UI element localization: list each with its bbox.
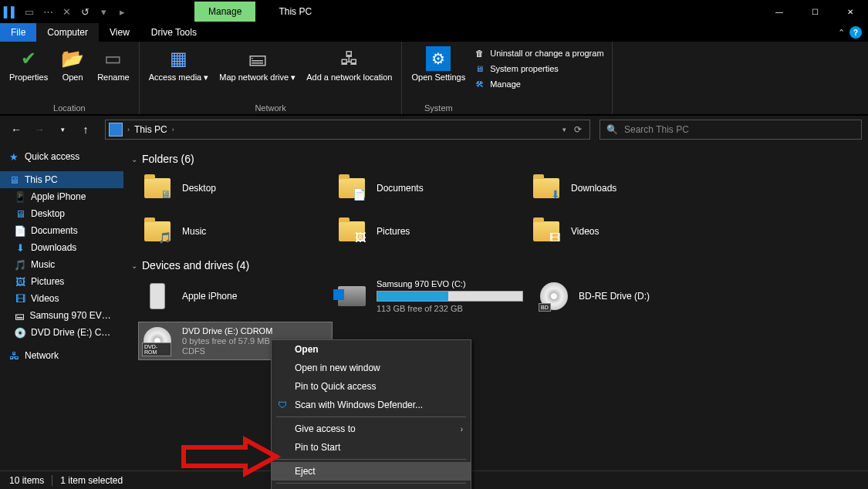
device-bd-drive[interactable]: BD BD-RE Drive (D:) (535, 276, 728, 316)
content-pane: ⌄ Folders (6) 🖥Desktop 📄Documents ⬇Downl… (123, 143, 868, 470)
ctx-eject[interactable]: Eject (272, 462, 471, 481)
svg-marker-0 (184, 440, 276, 474)
tab-computer[interactable]: Computer (36, 23, 99, 42)
sidebar-this-pc[interactable]: 🖥 This PC (0, 171, 123, 188)
chevron-right-icon: › (461, 425, 463, 433)
tab-view[interactable]: View (99, 23, 140, 42)
app-icon: ▌▌ (5, 5, 17, 18)
ctx-copy[interactable]: Copy (272, 486, 471, 489)
search-input[interactable]: 🔍 Search This PC (599, 120, 862, 140)
sidebar-item-documents[interactable]: 📄Documents (0, 222, 123, 239)
tab-file[interactable]: File (0, 23, 36, 42)
sidebar-item-pictures[interactable]: 🖼Pictures (0, 273, 123, 290)
qat-more-icon[interactable]: ▸ (116, 5, 128, 18)
status-selected-count: 1 item selected (60, 475, 123, 486)
qat-properties-icon[interactable]: ⋯ (42, 5, 54, 18)
window-controls: ― ☐ ✕ (762, 0, 868, 23)
open-settings-button[interactable]: ⚙ Open Settings (407, 43, 470, 85)
disc-icon: 💿 (14, 326, 26, 339)
capacity-bar (377, 291, 523, 302)
access-media-button[interactable]: ▦ Access media ▾ (144, 43, 214, 86)
map-drive-button[interactable]: 🖴 Map network drive ▾ (214, 43, 300, 86)
qat-undo-icon[interactable]: ↺ (79, 5, 91, 18)
ctx-scan-defender[interactable]: 🛡 Scan with Windows Defender... (272, 396, 471, 414)
folder-music[interactable]: 🎵Music (139, 213, 332, 250)
sidebar-item-iphone[interactable]: 📱Apple iPhone (0, 188, 123, 205)
ctx-separator (276, 483, 466, 484)
document-icon: 📄 (14, 224, 26, 237)
forward-button[interactable]: → (29, 120, 49, 140)
folder-desktop[interactable]: 🖥Desktop (139, 170, 332, 207)
gear-icon: ⚙ (426, 46, 451, 71)
chevron-down-icon: ⌄ (131, 261, 137, 270)
ctx-pin-start[interactable]: Pin to Start (272, 438, 471, 457)
rename-icon: ▭ (101, 46, 126, 71)
context-menu: Open Open in new window Pin to Quick acc… (271, 339, 471, 489)
ribbon-group-system: ⚙ Open Settings System 🗑 Uninstall or ch… (402, 42, 612, 114)
ctx-pin-quick-access[interactable]: Pin to Quick access (272, 377, 471, 396)
phone-icon: 📱 (14, 191, 26, 203)
sidebar-item-music[interactable]: 🎵Music (0, 256, 123, 273)
ctx-open[interactable]: Open (272, 340, 471, 359)
device-iphone[interactable]: Apple iPhone (139, 276, 332, 316)
monitor-icon: 🖥 (473, 62, 485, 75)
search-icon: 🔍 (606, 124, 618, 135)
chevron-right-icon[interactable]: › (127, 126, 130, 133)
ribbon-tabs: File Computer View Drive Tools ⌃ ? (0, 23, 868, 42)
refresh-icon[interactable]: ⟳ (574, 124, 582, 135)
chevron-right-icon[interactable]: › (172, 126, 174, 133)
qat-close-icon[interactable]: ✕ (60, 5, 73, 18)
ribbon-group-network: ▦ Access media ▾ 🖴 Map network drive ▾ 🖧… (140, 42, 403, 114)
section-devices-header[interactable]: ⌄ Devices and drives (4) (131, 255, 860, 276)
dropdown-icon[interactable]: ▾ (562, 126, 566, 133)
disc-icon: DVD-ROM (144, 327, 171, 355)
maximize-button[interactable]: ☐ (797, 0, 833, 23)
drive-icon: 🖴 (14, 309, 25, 322)
manage-button[interactable]: 🛠 Manage (473, 77, 603, 91)
close-button[interactable]: ✕ (833, 0, 868, 23)
network-icon: 🖧 (8, 349, 20, 362)
address-bar[interactable]: › This PC › ▾ ⟳ (105, 120, 590, 140)
sidebar-item-desktop[interactable]: 🖥Desktop (0, 205, 123, 222)
minimize-button[interactable]: ― (762, 0, 797, 23)
sidebar-item-videos[interactable]: 🎞Videos (0, 290, 123, 307)
ctx-give-access[interactable]: Give access to› (272, 420, 471, 438)
folder-documents[interactable]: 📄Documents (333, 170, 526, 207)
properties-button[interactable]: ✔ Properties (5, 43, 52, 85)
system-properties-button[interactable]: 🖥 System properties (473, 62, 603, 76)
desktop-icon: 🖥 (14, 207, 26, 220)
sidebar-item-downloads[interactable]: ⬇Downloads (0, 239, 123, 256)
folder-pictures[interactable]: 🖼Pictures (333, 213, 526, 250)
device-c-drive[interactable]: Samsung 970 EVO (C:) 113 GB free of 232 … (333, 276, 534, 316)
section-folders-header[interactable]: ⌄ Folders (6) (131, 148, 860, 170)
uninstall-program-button[interactable]: 🗑 Uninstall or change a program (473, 46, 603, 60)
sidebar-item-dvd[interactable]: 💿DVD Drive (E:) CDROM (0, 324, 123, 341)
up-button[interactable]: ↑ (76, 120, 96, 140)
qat-redo-icon[interactable]: ▾ (97, 5, 110, 18)
folder-downloads[interactable]: ⬇Downloads (528, 170, 721, 207)
ctx-open-new-window[interactable]: Open in new window (272, 359, 471, 377)
breadcrumb-segment[interactable]: This PC (134, 124, 167, 135)
monitor-icon: 🖥 (8, 174, 20, 186)
sidebar-item-c-drive[interactable]: 🖴Samsung 970 EVO (C:) (0, 307, 123, 324)
ribbon-group-label: System (424, 103, 453, 114)
qat-pin-icon[interactable]: ▭ (23, 5, 35, 18)
add-network-loc-button[interactable]: 🖧 Add a network location (302, 43, 397, 86)
video-icon: 🎞 (14, 292, 26, 305)
open-button[interactable]: 📂 Open (54, 43, 91, 85)
folder-videos[interactable]: 🎞Videos (528, 213, 721, 250)
navigation-pane: ★ Quick access 🖥 This PC 📱Apple iPhone 🖥… (0, 143, 123, 470)
ribbon-collapse-icon[interactable]: ⌃ (838, 28, 845, 38)
titlebar: ▌▌ ▭ ⋯ ✕ ↺ ▾ ▸ Manage This PC ― ☐ ✕ (0, 0, 868, 23)
recent-locations-button[interactable]: ▾ (52, 120, 73, 140)
navigation-bar: ← → ▾ ↑ › This PC › ▾ ⟳ 🔍 Search This PC (0, 116, 868, 143)
ctx-separator (276, 416, 466, 417)
sidebar-quick-access[interactable]: ★ Quick access (0, 148, 123, 165)
rename-button[interactable]: ▭ Rename (93, 43, 134, 85)
tab-drive-tools[interactable]: Drive Tools (140, 23, 208, 42)
ribbon-group-label: Network (255, 103, 285, 114)
sidebar-network[interactable]: 🖧Network (0, 347, 123, 364)
help-icon[interactable]: ? (849, 26, 862, 39)
disc-icon: BD (540, 282, 568, 310)
back-button[interactable]: ← (6, 120, 26, 140)
